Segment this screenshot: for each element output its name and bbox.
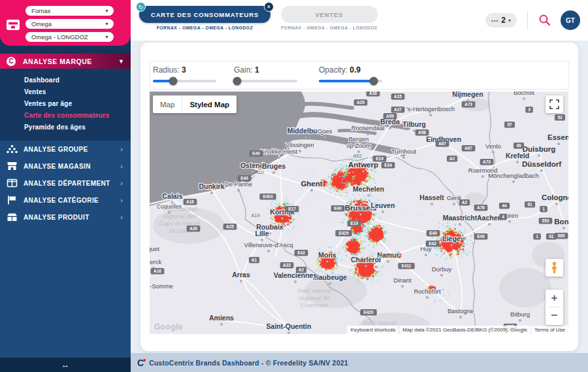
search-icon[interactable]: [538, 14, 551, 27]
heat-speckle: [292, 178, 293, 180]
city-dot: [558, 143, 560, 145]
city-dot: [288, 332, 290, 334]
zoom-in-button[interactable]: +: [546, 290, 563, 307]
store-icon: [6, 19, 20, 31]
heat-speckle: [390, 263, 391, 265]
city-dot: [211, 192, 213, 194]
map-city-label: Bitburg: [510, 311, 530, 318]
gain-slider-thumb[interactable]: [233, 77, 241, 86]
city-dot: [329, 283, 331, 285]
map-city-label: Antwerp: [348, 161, 378, 169]
tab-strip: ↻ CARTE DES CONSOMMATEURS ✕ FORNAX - OME…: [139, 6, 388, 30]
heat-speckle: [296, 180, 297, 182]
sidebar-item-dashboard[interactable]: Dashboard: [0, 75, 131, 86]
heat-speckle: [288, 269, 289, 271]
city-dot: [430, 114, 432, 116]
avatar[interactable]: GT: [561, 10, 580, 30]
heat-speckle: [313, 174, 314, 175]
opacity-slider[interactable]: [319, 80, 382, 82]
gain-slider[interactable]: [234, 80, 297, 82]
map-type-styled-button[interactable]: Styled Map: [182, 95, 237, 113]
sidebar-item-carte-des-consommateurs[interactable]: Carte des consommateurs: [0, 110, 131, 122]
city-dot: [541, 170, 543, 172]
heat-speckle: [457, 233, 458, 234]
map-city-label: Dunkirk: [199, 182, 224, 190]
city-dot: [278, 157, 280, 159]
road-badge-label: E40: [429, 231, 437, 235]
tab-ventes[interactable]: VENTES FORNAX - OMEGA - OMEGA - LONGDOZ: [281, 6, 378, 30]
map-city-label: Maastricht: [443, 214, 478, 222]
map-city-label: Goes: [318, 127, 333, 135]
heat-speckle: [386, 189, 387, 190]
city-dot: [389, 127, 391, 129]
store-icon: [7, 161, 18, 171]
road-badge-label: A73: [483, 160, 491, 164]
road-badge-label: E19: [376, 156, 384, 161]
road-badge-label: E34: [384, 163, 392, 167]
map-city-label: Saint-Quentin: [267, 322, 312, 330]
group-select[interactable]: Omega▼: [25, 19, 114, 29]
sidebar-item-pyramide-des-ages[interactable]: Pyramide des âges: [0, 122, 131, 133]
sidebar-item-analyse-produit[interactable]: ANALYSE PRODUIT ›: [0, 209, 131, 226]
refresh-icon[interactable]: ↻: [136, 2, 146, 12]
chevron-right-icon: ›: [120, 179, 123, 187]
sidebar-item-analyse-magasin[interactable]: ANALYSE MAGASIN ›: [0, 158, 131, 175]
tab-label: CARTE DES CONSOMMATEURS: [151, 11, 259, 18]
city-dot: [240, 280, 242, 282]
road-badge-label: A23: [283, 263, 291, 267]
map-city-label: Roosendaal: [351, 124, 385, 131]
city-dot: [368, 195, 370, 197]
heat-speckle: [458, 244, 459, 245]
road-badge-label: A1: [252, 258, 257, 262]
tab-subtitle: FORNAX - OMEGA - OMEGA - LONGDOZ: [281, 25, 378, 30]
road-badge-label: E40: [252, 151, 260, 156]
map-canvas[interactable]: Parc naturelrégional desCaps et maraisd'…: [150, 92, 568, 334]
heat-speckle: [408, 183, 409, 184]
zoom-out-button[interactable]: −: [546, 307, 563, 324]
city-dot: [327, 261, 329, 263]
city-dot: [538, 155, 540, 157]
city-dot: [360, 214, 362, 216]
radius-slider[interactable]: [153, 80, 216, 82]
subbrand-select[interactable]: Omega - LONGDOZ▼: [25, 32, 114, 42]
map-type-map-button[interactable]: Map: [153, 95, 182, 113]
sidebar-item-analyse-departement[interactable]: ANALYSE DÉPARTEMENT ›: [0, 175, 131, 192]
heat-speckle: [290, 231, 291, 233]
heat-speckle: [346, 248, 347, 250]
box-icon: [7, 212, 18, 222]
close-icon[interactable]: ✕: [264, 2, 274, 12]
pegman-streetview-button[interactable]: [546, 259, 563, 277]
flag-icon: [7, 195, 18, 205]
city-dot: [482, 176, 484, 178]
fullscreen-button[interactable]: [546, 95, 563, 113]
marque-section-icon: C: [7, 57, 16, 66]
sidebar-item-ventes-par-age[interactable]: Ventes par âge: [0, 98, 131, 110]
marque-submenu: Dashboard Ventes Ventes par âge Carte de…: [0, 69, 131, 141]
terms-of-use-link[interactable]: Terms of Use: [531, 326, 568, 334]
keyboard-shortcuts-link[interactable]: Keyboard shortcuts: [347, 326, 399, 334]
map-city-label: Ghent: [301, 180, 322, 188]
road-badge-label: 61: [549, 234, 554, 239]
sidebar-item-analyse-groupe[interactable]: ANALYSE GROUPE ›: [0, 141, 131, 158]
road-badge-label: 40: [516, 143, 521, 148]
sidebar-section-analyse-marque[interactable]: C ANALYSE MARQUE ▼: [0, 54, 131, 69]
tab-count-selector[interactable]: ••• 2 ▾: [485, 13, 517, 27]
sidebar-item-ventes[interactable]: Ventes: [0, 86, 131, 98]
road-badge-label: E42: [297, 250, 305, 255]
gain-label: Gain: 1: [234, 65, 259, 75]
road-badge-label: 4: [502, 214, 504, 219]
city-dot: [403, 157, 405, 159]
city-dot: [324, 137, 326, 139]
road-badge-label: E40: [334, 206, 342, 211]
brand-select[interactable]: Fornax▼: [25, 6, 114, 16]
road-badge-label: A25: [226, 224, 234, 229]
sidebar-item-analyse-categorie[interactable]: ANALYSE CATÉGORIE ›: [0, 192, 131, 209]
map-city-label: Coquelles: [157, 203, 182, 210]
chevron-right-icon: ›: [120, 213, 123, 221]
sidebar-collapse-toggle[interactable]: ↔: [0, 358, 131, 372]
tab-carte-des-consommateurs[interactable]: ↻ CARTE DES CONSOMMATEURS ✕ FORNAX - OME…: [139, 6, 270, 30]
opacity-label: Opacity: 0.9: [319, 65, 361, 75]
opacity-slider-thumb[interactable]: [370, 77, 378, 86]
radius-slider-thumb[interactable]: [169, 77, 178, 86]
group-dots-icon: [7, 144, 18, 154]
